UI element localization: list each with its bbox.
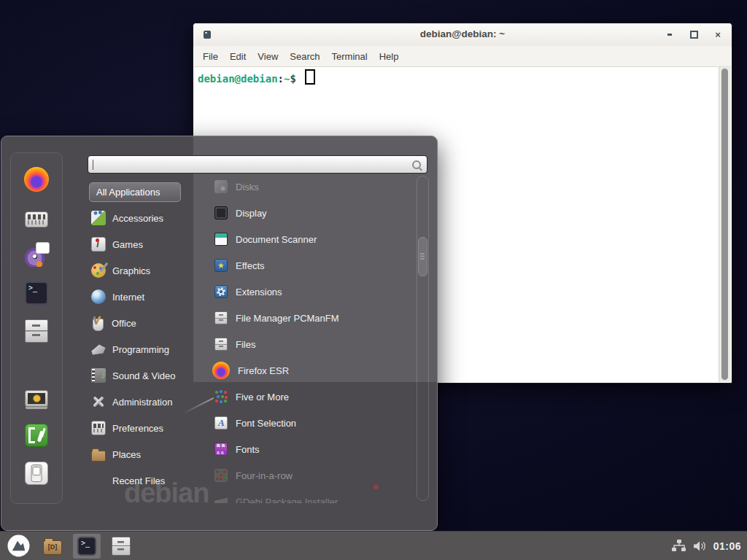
firefox-icon — [24, 167, 49, 192]
app-item-document-scanner[interactable]: Document Scanner — [206, 226, 415, 252]
app-item-fonts[interactable]: Fonts — [206, 436, 415, 462]
sound-video-icon — [91, 368, 106, 383]
clock[interactable]: 01:06 — [713, 540, 741, 552]
volume-icon[interactable] — [693, 540, 707, 552]
category-item-games[interactable]: Games — [90, 231, 199, 257]
category-item-recent-files[interactable]: Recent Files — [90, 467, 199, 494]
favorite-log-out[interactable] — [15, 416, 58, 454]
pidgin-icon — [25, 244, 48, 267]
four-in-a-row-icon — [214, 469, 228, 482]
app-item-disks[interactable]: Disks — [206, 174, 415, 200]
app-label: Document Scanner — [236, 234, 317, 245]
maximize-button[interactable] — [689, 30, 699, 40]
app-label: Disks — [236, 182, 259, 192]
control-center-icon — [25, 211, 48, 228]
app-item-file-manager-pcmanfm[interactable]: File Manager PCManFM — [206, 305, 415, 331]
terminal-menubar: FileEditViewSearchTerminalHelp — [194, 46, 731, 67]
firefox-icon — [212, 362, 230, 379]
terminal-scrollbar[interactable] — [719, 67, 731, 382]
terminal-titlebar[interactable]: debian@debian: ~ × — [193, 23, 732, 47]
category-label: Preferences — [112, 423, 163, 434]
favorite-pidgin[interactable] — [15, 236, 58, 274]
app-item-extensions[interactable]: Extensions — [206, 279, 415, 305]
category-item-graphics[interactable]: Graphics — [90, 257, 199, 284]
app-label: Extensions — [236, 287, 282, 298]
search-input[interactable] — [93, 158, 409, 171]
app-item-effects[interactable]: Effects — [206, 252, 415, 279]
menubar-item-terminal[interactable]: Terminal — [326, 51, 374, 62]
search-caret — [93, 160, 93, 170]
app-item-four-in-a-row[interactable]: Four-in-a-row — [206, 462, 415, 489]
files-icon — [214, 338, 228, 351]
menubar-item-help[interactable]: Help — [374, 51, 405, 62]
log-out-icon — [25, 424, 48, 447]
search-icon — [412, 160, 421, 169]
taskbar-launchers — [39, 534, 135, 559]
all-applications-button[interactable]: All Applications — [89, 182, 181, 202]
favorite-lock-screen[interactable] — [15, 378, 58, 416]
close-button[interactable]: × — [713, 30, 723, 40]
menu-scrollbar-thumb[interactable] — [418, 237, 427, 276]
menubar-item-file[interactable]: File — [197, 51, 224, 62]
category-item-sound-video[interactable]: Sound & Video — [90, 362, 199, 389]
category-item-preferences[interactable]: Preferences — [90, 415, 199, 441]
folder-icon — [43, 540, 62, 555]
display-icon — [214, 206, 228, 219]
favorite-control-center[interactable] — [15, 198, 58, 236]
prompt-colon: : — [278, 73, 284, 85]
category-item-accessories[interactable]: Accessories — [90, 205, 199, 231]
accessories-icon — [91, 211, 106, 225]
favorite-shutdown[interactable] — [15, 454, 58, 492]
taskbar-launcher-desktop-folder[interactable] — [39, 534, 66, 559]
menu-button[interactable] — [6, 534, 31, 559]
file-manager-icon — [214, 311, 228, 324]
all-applications-label: All Applications — [96, 187, 160, 198]
category-label: Administration — [112, 397, 172, 408]
app-item-five-or-more[interactable]: Five or More — [206, 384, 415, 410]
favorite-terminal[interactable] — [15, 274, 58, 312]
preferences-icon — [91, 421, 106, 435]
taskbar-launcher-file-manager[interactable] — [107, 534, 135, 559]
app-item-files[interactable]: Files — [206, 331, 415, 357]
app-item-firefox-esr[interactable]: Firefox ESR — [206, 357, 415, 384]
category-label: Recent Files — [112, 475, 165, 486]
file-manager-icon — [25, 319, 48, 343]
menubar-item-edit[interactable]: Edit — [224, 51, 252, 62]
app-label: Font Selection — [236, 418, 296, 429]
favorite-file-manager[interactable] — [15, 312, 58, 350]
category-item-places[interactable]: Places — [90, 441, 199, 467]
app-item-display[interactable]: Display — [206, 200, 415, 226]
favorite-firefox[interactable] — [15, 160, 58, 198]
prompt-user-host: debian@debian — [198, 73, 278, 85]
app-item-gdebi-package-installer[interactable]: GDebi Package Installer — [206, 489, 415, 503]
taskbar: 01:06 — [0, 531, 747, 560]
taskbar-launcher-terminal[interactable] — [73, 534, 101, 559]
terminal-title: debian@debian: ~ — [193, 28, 732, 39]
category-list: AccessoriesGamesGraphicsInternetOfficePr… — [90, 205, 199, 494]
network-icon[interactable] — [672, 540, 686, 552]
favorites-column — [10, 152, 63, 504]
terminal-icon — [77, 537, 96, 556]
menu-scrollbar[interactable] — [417, 176, 429, 501]
menubar-item-search[interactable]: Search — [284, 51, 325, 62]
category-item-programming[interactable]: Programming — [90, 336, 199, 362]
font-selection-icon — [214, 416, 228, 429]
category-label: Games — [112, 239, 143, 250]
administration-icon — [91, 394, 106, 409]
programming-icon — [91, 342, 106, 357]
category-label: Programming — [112, 344, 169, 355]
terminal-cursor — [305, 69, 315, 85]
app-label: File Manager PCManFM — [236, 313, 339, 324]
category-item-administration[interactable]: Administration — [90, 389, 199, 415]
menubar-item-view[interactable]: View — [252, 51, 284, 62]
gdebi-icon — [214, 495, 228, 503]
category-item-internet[interactable]: Internet — [90, 284, 199, 310]
terminal-scrollbar-thumb[interactable] — [721, 69, 728, 380]
category-item-office[interactable]: Office — [90, 310, 199, 336]
minimize-button[interactable] — [665, 30, 675, 40]
app-item-font-selection[interactable]: Font Selection — [206, 410, 415, 436]
category-label: Places — [112, 449, 141, 460]
search-box[interactable] — [88, 155, 427, 174]
category-label: Office — [112, 318, 136, 329]
maximize-icon — [690, 31, 698, 39]
